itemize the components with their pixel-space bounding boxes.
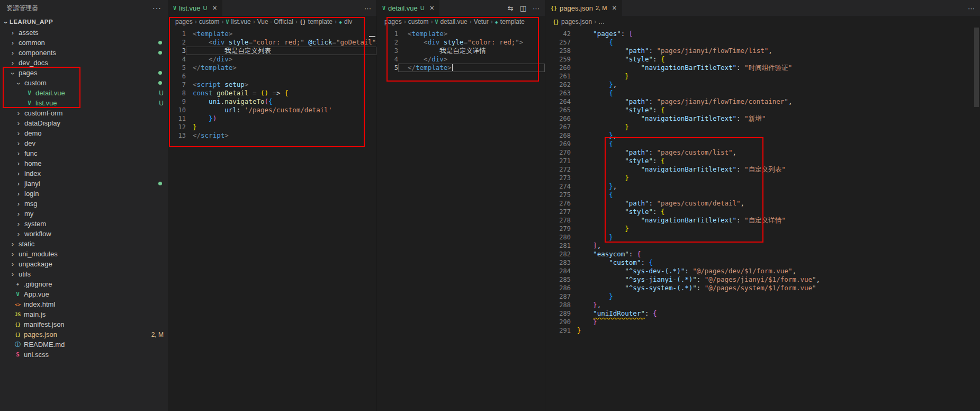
- code-line-276[interactable]: 276 "path": "pages/custom/detail",: [545, 199, 980, 208]
- code-line-284[interactable]: 284 "^sys-dev-(.*)": "@/pages/dev/$1/for…: [545, 267, 980, 275]
- scrollbar[interactable]: [974, 28, 979, 107]
- breadcrumb-item[interactable]: Vdetail.vue: [435, 18, 467, 25]
- tree-file-App.vue[interactable]: VApp.vue: [0, 289, 168, 299]
- code-line-286[interactable]: 286 "^sys-system-(.*)": "@/pages/system/…: [545, 284, 980, 292]
- code-editor-detail-vue[interactable]: 1<template>2 <div style="color: red;">3 …: [377, 28, 545, 411]
- tree-file-.gitignore[interactable]: ◆.gitignore: [0, 279, 168, 289]
- tree-folder-static[interactable]: ›static: [0, 239, 168, 249]
- tab-pages-json[interactable]: {} pages.json 2, M ×: [545, 0, 622, 16]
- code-line-267[interactable]: 267 }: [545, 123, 980, 131]
- breadcrumb-item[interactable]: pages: [175, 18, 193, 25]
- tree-folder-customForm[interactable]: ›customForm: [0, 108, 168, 118]
- code-line-281[interactable]: 281 ],: [545, 242, 980, 250]
- code-line-7[interactable]: 7<script setup>: [168, 81, 376, 89]
- tree-folder-dataDisplay[interactable]: ›dataDisplay: [0, 118, 168, 128]
- breadcrumb-item[interactable]: ◈template: [495, 18, 525, 25]
- breadcrumb-item[interactable]: {}pages.json: [553, 18, 592, 25]
- code-line-262[interactable]: 262 },: [545, 81, 980, 89]
- code-line-288[interactable]: 288 },: [545, 301, 980, 309]
- tree-folder-assets[interactable]: ›assets: [0, 28, 168, 38]
- tree-folder-dev_docs[interactable]: ›dev_docs: [0, 58, 168, 68]
- breadcrumb-item[interactable]: pages: [384, 18, 402, 25]
- code-line-10[interactable]: 10 url: '/pages/custom/detail': [168, 106, 376, 114]
- code-line-258[interactable]: 258 "path": "pages/jianyi/flowTime/list"…: [545, 47, 980, 55]
- code-line-265[interactable]: 265 "style": {: [545, 106, 980, 114]
- code-editor-list-vue[interactable]: 1<template>2 <div style="color: red;" @c…: [168, 28, 376, 411]
- breadcrumb-item[interactable]: …: [598, 18, 605, 25]
- breadcrumb-item[interactable]: Vue - Official: [257, 18, 293, 25]
- tree-folder-home[interactable]: ›home: [0, 158, 168, 168]
- code-line-274[interactable]: 274 },: [545, 182, 980, 191]
- code-line-3[interactable]: 3 我是自定义列表: [168, 47, 376, 55]
- code-line-264[interactable]: 264 "path": "pages/jianyi/flowTime/conta…: [545, 97, 980, 106]
- code-line-1[interactable]: 1<template>: [168, 30, 376, 38]
- code-line-282[interactable]: 282 "easycom": {: [545, 250, 980, 258]
- code-line-4[interactable]: 4 </div>: [168, 55, 376, 64]
- tree-folder-index[interactable]: ›index: [0, 168, 168, 178]
- more-actions-icon[interactable]: ···: [968, 4, 975, 12]
- tree-folder-system[interactable]: ›system: [0, 219, 168, 229]
- tree-folder-demo[interactable]: ›demo: [0, 128, 168, 138]
- tree-file-pages.json[interactable]: {}pages.json2, M: [0, 329, 168, 339]
- breadcrumb-item[interactable]: custom: [408, 18, 429, 25]
- tree-folder-utils[interactable]: ›utils: [0, 269, 168, 279]
- tree-file-index.html[interactable]: <>index.html: [0, 299, 168, 309]
- code-line-3[interactable]: 3 我是自定义详情: [377, 47, 545, 55]
- code-line-275[interactable]: 275 {: [545, 191, 980, 199]
- code-line-268[interactable]: 268 },: [545, 131, 980, 140]
- code-line-287[interactable]: 287 }: [545, 292, 980, 301]
- code-line-259[interactable]: 259 "style": {: [545, 55, 980, 64]
- code-line-269[interactable]: 269 {: [545, 140, 980, 148]
- tree-file-main.js[interactable]: JSmain.js: [0, 309, 168, 319]
- code-line-1[interactable]: 1<template>: [377, 30, 545, 38]
- tree-folder-login[interactable]: ›login: [0, 189, 168, 199]
- code-line-6[interactable]: 6: [168, 72, 376, 81]
- code-line-5[interactable]: 5</template>: [377, 64, 545, 72]
- code-line-4[interactable]: 4 </div>: [377, 55, 545, 64]
- tree-file-detail.vue[interactable]: Vdetail.vueU: [0, 88, 168, 98]
- code-line-9[interactable]: 9 uni.navigateTo({: [168, 97, 376, 106]
- tree-file-list.vue[interactable]: Vlist.vueU: [0, 98, 168, 108]
- code-line-283[interactable]: 283 "custom": {: [545, 258, 980, 267]
- close-icon[interactable]: ×: [212, 4, 217, 12]
- more-actions-icon[interactable]: ···: [533, 4, 540, 12]
- tree-file-uni.scss[interactable]: Suni.scss: [0, 350, 168, 360]
- code-line-5[interactable]: 5</template>: [168, 64, 376, 72]
- code-line-272[interactable]: 272 "navigationBarTitleText": "自定义列表": [545, 165, 980, 174]
- code-line-279[interactable]: 279 }: [545, 225, 980, 233]
- code-line-271[interactable]: 271 "style": {: [545, 157, 980, 165]
- more-actions-icon[interactable]: ···: [152, 4, 161, 12]
- compare-changes-icon[interactable]: ⇆: [508, 4, 514, 12]
- code-line-13[interactable]: 13</script>: [168, 131, 376, 140]
- tree-folder-pages[interactable]: ›pages: [0, 68, 168, 78]
- code-line-291[interactable]: 291}: [545, 326, 980, 335]
- tree-folder-func[interactable]: ›func: [0, 148, 168, 158]
- code-line-263[interactable]: 263 {: [545, 89, 980, 97]
- tree-folder-common[interactable]: ›common: [0, 38, 168, 48]
- code-line-290[interactable]: 290 }: [545, 318, 980, 326]
- code-line-8[interactable]: 8const goDetail = () => {: [168, 89, 376, 97]
- code-line-261[interactable]: 261 }: [545, 72, 980, 81]
- tree-folder-jianyi[interactable]: ›jianyi: [0, 178, 168, 189]
- code-line-278[interactable]: 278 "navigationBarTitleText": "自定义详情": [545, 216, 980, 225]
- breadcrumb-item[interactable]: ◈div: [339, 18, 352, 25]
- code-line-2[interactable]: 2 <div style="color: red;">: [377, 38, 545, 47]
- more-actions-icon[interactable]: ···: [364, 4, 371, 12]
- tree-folder-msg[interactable]: ›msg: [0, 199, 168, 209]
- tree-folder-uni_modules[interactable]: ›uni_modules: [0, 249, 168, 259]
- code-line-11[interactable]: 11 }): [168, 114, 376, 123]
- code-line-289[interactable]: 289 "uniIdRouter": {: [545, 309, 980, 318]
- tree-folder-my[interactable]: ›my: [0, 209, 168, 219]
- code-editor-pages-json[interactable]: 42 "pages": [257 {258 "path": "pages/jia…: [545, 28, 980, 411]
- split-editor-icon[interactable]: ◫: [520, 4, 526, 12]
- tree-file-README.md[interactable]: ⓘREADME.md: [0, 339, 168, 350]
- tab-detail-vue[interactable]: V detail.vue U ×: [377, 0, 439, 16]
- code-line-2[interactable]: 2 <div style="color: red;" @click="goDet…: [168, 38, 376, 47]
- code-line-277[interactable]: 277 "style": {: [545, 208, 980, 216]
- tree-folder-custom[interactable]: ›custom: [0, 78, 168, 88]
- code-line-12[interactable]: 12}: [168, 123, 376, 131]
- code-line-273[interactable]: 273 }: [545, 174, 980, 182]
- tree-root-learun-app[interactable]: › LEARUN_APP: [0, 16, 168, 28]
- code-line-42[interactable]: 42 "pages": [: [545, 30, 980, 38]
- code-line-270[interactable]: 270 "path": "pages/custom/list",: [545, 148, 980, 157]
